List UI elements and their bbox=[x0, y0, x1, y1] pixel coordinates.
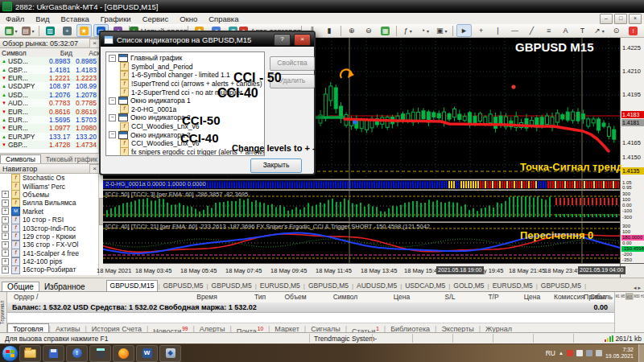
navigator-item[interactable]: +f136 стор - FX-VOl bbox=[0, 241, 98, 249]
menu-Сервис[interactable]: Сервис bbox=[137, 14, 175, 23]
navigator-item[interactable]: +f103стор-Indi-Пос bbox=[0, 224, 98, 232]
column-Символ[interactable]: Символ bbox=[333, 293, 358, 301]
network-tray-icon[interactable] bbox=[586, 350, 592, 356]
save-icon[interactable] bbox=[43, 345, 64, 362]
menu-Вставка[interactable]: Вставка bbox=[56, 14, 95, 23]
menu-Окно[interactable]: Окно bbox=[174, 14, 203, 23]
calculator-icon[interactable] bbox=[89, 345, 111, 362]
minimize-icon[interactable]: – bbox=[600, 14, 613, 24]
market-watch-row[interactable]: ▼AUD...0.77830.7785 bbox=[0, 99, 98, 107]
close-icon[interactable]: × bbox=[629, 14, 642, 24]
market-watch-row[interactable]: ▼GBP...1.47281.4734 bbox=[0, 141, 98, 149]
word-icon[interactable]: W bbox=[136, 345, 158, 362]
close-button[interactable]: Закрыть bbox=[250, 158, 302, 173]
column-Объем[interactable]: Объем bbox=[284, 293, 306, 301]
label-button[interactable]: T bbox=[575, 24, 590, 37]
navigator-item[interactable]: +fОбъемы bbox=[0, 191, 98, 199]
expand-icon[interactable]: + bbox=[2, 216, 9, 224]
tree-node-indicator[interactable]: f2-0-HG_0001a bbox=[109, 105, 264, 114]
tile-windows-button[interactable]: ▦ bbox=[378, 24, 393, 37]
expand-icon[interactable]: + bbox=[2, 208, 9, 215]
menu-Графики[interactable]: Графики bbox=[95, 14, 137, 23]
tab-Общие[interactable]: Общие bbox=[2, 282, 39, 291]
show-desktop-button[interactable] bbox=[638, 344, 644, 362]
column-Прибыль[interactable]: Прибыль bbox=[584, 293, 613, 301]
navigator-item[interactable]: +f129 стор - Крюки bbox=[0, 232, 98, 241]
security-tray-icon[interactable] bbox=[567, 350, 573, 356]
expand-icon[interactable]: + bbox=[2, 266, 9, 274]
market-watch-row[interactable]: ▲EURJPY133.17133.20 bbox=[0, 133, 98, 141]
column-Комиссия[interactable]: Комиссия bbox=[554, 293, 584, 301]
chart-tab-GBPUSD,M5[interactable]: GBPUSD,M5 bbox=[159, 281, 206, 291]
column-Тип[interactable]: Тип bbox=[254, 293, 266, 301]
column-header-Символ[interactable]: Символ bbox=[0, 49, 42, 57]
time-axis[interactable]: 18 May 202118 May 03:4518 May 05:4518 Ma… bbox=[103, 263, 620, 278]
expand-icon[interactable]: + bbox=[2, 232, 9, 240]
menu-Вид[interactable]: Вид bbox=[30, 14, 55, 23]
templates-button[interactable]: ▣▾ bbox=[434, 24, 449, 37]
data-window-button[interactable]: + bbox=[60, 24, 75, 37]
navigator-item[interactable]: +f142-100 pips bbox=[0, 257, 98, 265]
properties-button[interactable]: Свойства bbox=[270, 56, 315, 71]
tree-node-window[interactable]: −Главный график bbox=[109, 54, 264, 63]
market-watch-row[interactable]: ▼EUR...0.86160.8619 bbox=[0, 107, 98, 115]
text-button[interactable]: A bbox=[558, 24, 573, 37]
navigator-item[interactable]: +MMarket bbox=[0, 208, 98, 216]
chart-tab-GBPUSD,M5[interactable]: GBPUSD,M5 bbox=[305, 281, 352, 291]
connection-status[interactable]: 261/1 kb bbox=[605, 335, 642, 343]
power-app-icon[interactable]: ! bbox=[66, 345, 88, 362]
column-header-Аск[interactable]: Аск bbox=[72, 49, 101, 57]
profiles-button[interactable]: ▤▾ bbox=[20, 24, 35, 37]
market-watch-row[interactable]: ▲USD...0.89830.8985 bbox=[0, 57, 98, 65]
vertical-line-button[interactable]: | bbox=[490, 24, 506, 37]
menu-Файл[interactable]: Файл bbox=[0, 14, 30, 23]
column-header-Бид[interactable]: Бид bbox=[42, 49, 72, 57]
timeframe-M5[interactable]: M5 bbox=[621, 294, 625, 300]
alert-button[interactable]: ! bbox=[625, 24, 641, 37]
timeframe-H1[interactable]: H1 bbox=[641, 294, 644, 300]
market-watch-row[interactable]: ▲USDJPY108.97108.99 bbox=[0, 82, 98, 90]
language-indicator[interactable]: RU bbox=[546, 349, 555, 357]
explorer-icon[interactable] bbox=[19, 345, 41, 362]
dialog-title-bar[interactable]: Список индикаторов на GBPUSD,M15 ? × bbox=[101, 32, 314, 47]
tab-scroll-arrows[interactable]: ◂ ▸ bbox=[630, 285, 644, 291]
horizontal-line-button[interactable]: — bbox=[507, 24, 522, 37]
navigator-item[interactable]: fWilliams' Perc bbox=[0, 182, 98, 190]
chart-tab-EURUSD,M5[interactable]: EURUSD,M5 bbox=[489, 281, 536, 291]
volume-tray-icon[interactable] bbox=[596, 350, 602, 356]
new-chart-button[interactable]: ▦▾ bbox=[3, 24, 19, 37]
chart-tab-GBPUSD,M5[interactable]: GBPUSD,M5 bbox=[208, 281, 255, 291]
market-watch-row[interactable]: ▲GBP...1.41811.4183 bbox=[0, 65, 98, 73]
market-watch-row[interactable]: ▼EUR...1.09771.0980 bbox=[0, 124, 98, 132]
fibonacci-button[interactable]: ≡ bbox=[541, 24, 556, 37]
title-bar[interactable]: 2882: UkrGasBank-MT4 - [GBPUSD,M15] bbox=[0, 0, 644, 13]
column-T/P[interactable]: T/P bbox=[488, 293, 498, 301]
expand-icon[interactable]: + bbox=[2, 191, 9, 198]
periods-button[interactable]: ◔▾ bbox=[417, 24, 432, 37]
tray-expand-icon[interactable]: ▲ bbox=[559, 351, 564, 356]
column-S/L[interactable]: S/L bbox=[445, 293, 456, 301]
cursor-button[interactable]: ► bbox=[456, 24, 472, 37]
market-watch-button[interactable]: ▥ bbox=[43, 24, 58, 37]
navigator-item[interactable]: +f16стор-Розбират bbox=[0, 265, 98, 274]
collapse-icon[interactable]: − bbox=[109, 131, 116, 138]
chart-tab-AUDUSD,M5[interactable]: AUDUSD,M5 bbox=[586, 281, 589, 291]
chart-candles-button[interactable]: ▮ bbox=[322, 24, 337, 37]
expand-icon[interactable]: + bbox=[2, 224, 9, 232]
column-Цена[interactable]: Цена bbox=[394, 293, 410, 301]
collapse-icon[interactable]: − bbox=[109, 55, 116, 62]
column-Цена[interactable]: Цена bbox=[524, 293, 540, 301]
indicators-button[interactable]: ƒ▾ bbox=[400, 24, 415, 37]
collapse-icon[interactable]: − bbox=[109, 114, 116, 121]
chart-tab-USDCAD,M5[interactable]: USDCAD,M5 bbox=[402, 281, 448, 291]
market-watch-row[interactable]: ▲EUR...1.56951.5703 bbox=[0, 116, 98, 124]
price-scale[interactable]: 1.42251.42101.41951.41831.41811.41651.41… bbox=[620, 38, 644, 263]
zoom-in-button[interactable]: ⊕ bbox=[344, 24, 359, 37]
expand-icon[interactable]: + bbox=[2, 249, 9, 257]
firefox-icon[interactable] bbox=[113, 345, 134, 362]
tab-Избранное[interactable]: Избранное bbox=[39, 282, 90, 291]
market-watch-row[interactable]: ▲USD...1.20761.2078 bbox=[0, 91, 98, 99]
zoom-out-button[interactable]: ⊖ bbox=[361, 24, 376, 37]
menu-Справка[interactable]: Справка bbox=[203, 14, 244, 23]
expand-icon[interactable]: + bbox=[2, 258, 9, 265]
